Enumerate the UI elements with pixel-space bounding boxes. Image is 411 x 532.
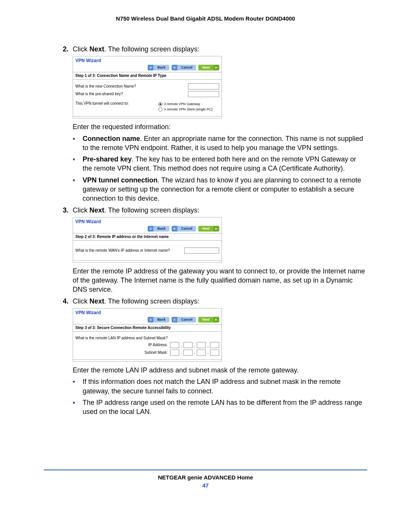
remote-wan-input[interactable] — [184, 248, 219, 254]
connection-name-input[interactable] — [188, 83, 219, 89]
next-button[interactable]: Next▸ — [198, 317, 219, 323]
field-label: What is the remote LAN IP address and Su… — [75, 335, 219, 341]
bullet-icon: • — [73, 398, 83, 417]
field-label: What is the pre-shared key? — [75, 91, 188, 97]
radio-label: A remote VPN client (single PC) — [164, 107, 213, 112]
field-label: This VPN tunnel will connect to: — [75, 101, 158, 106]
arrow-right-icon: ▸ — [213, 226, 219, 232]
arrow-right-icon: ▸ — [213, 317, 219, 323]
wizard-step-header: Step 2 of 3: Remote IP address or the In… — [73, 233, 221, 241]
close-icon: x — [172, 65, 177, 70]
wizard-title: VPN Wizard — [73, 217, 221, 225]
bullet-text: Connection name. Enter an appropriate na… — [83, 134, 367, 153]
text: . The following screen displays: — [104, 297, 199, 305]
content-area: 2. Click Next. The following screen disp… — [63, 45, 367, 416]
wizard-step-header: Step 3 of 3: Secure Connection Remote Ac… — [73, 324, 221, 332]
bullet-icon: • — [73, 155, 83, 173]
step-text: Click Next. The following screen display… — [73, 45, 367, 54]
preshared-key-input[interactable] — [188, 91, 219, 97]
footer-rule — [44, 470, 367, 470]
bullet-text: VPN tunnel connection. The wizard has to… — [83, 176, 367, 203]
radio-remote-gateway[interactable] — [158, 102, 162, 106]
button-label: Back — [153, 317, 169, 323]
button-label: Back — [153, 65, 169, 70]
close-icon: x — [148, 65, 153, 70]
page-number: 47 — [44, 482, 367, 489]
paragraph: Enter the requested information: — [73, 122, 367, 131]
button-label: Next — [198, 65, 213, 70]
back-button[interactable]: xBack — [148, 65, 169, 70]
paragraph: Enter the remote IP address of the gatew… — [73, 267, 367, 294]
close-icon: x — [172, 317, 177, 323]
cancel-button[interactable]: xCancel — [172, 317, 196, 323]
step-number: 4. — [63, 297, 73, 306]
bullet-text: Pre-shared key. The key has to be entere… — [83, 155, 367, 173]
bullet-icon: • — [73, 377, 83, 396]
bullet-text: The IP address range used on the remote … — [83, 398, 367, 417]
text: Click — [73, 297, 89, 305]
text: Click — [73, 206, 89, 214]
cancel-button[interactable]: xCancel — [172, 226, 196, 232]
radio-remote-client[interactable] — [158, 107, 162, 112]
document-header: N750 Wireless Dual Band Gigabit ADSL Mod… — [44, 15, 367, 22]
text: Click — [73, 45, 89, 53]
arrow-right-icon: ▸ — [213, 65, 219, 70]
wizard-step-header: Step 1 of 3: Connection Name and Remote … — [73, 72, 221, 80]
field-label: What is the remote WAN's IP address or I… — [75, 248, 184, 253]
ip-label: IP Address: — [148, 342, 168, 348]
step-number: 3. — [63, 206, 73, 215]
back-button[interactable]: xBack — [148, 317, 169, 323]
wizard-title: VPN Wizard — [73, 308, 221, 316]
text: . The following screen displays: — [104, 45, 199, 53]
bold-next: Next — [89, 45, 104, 53]
step-text: Click Next. The following screen display… — [73, 297, 367, 306]
bold-next: Next — [89, 297, 104, 305]
bullet-text: If this information does not match the L… — [83, 377, 367, 396]
step-2: 2. Click Next. The following screen disp… — [63, 45, 367, 54]
close-icon: x — [172, 226, 177, 232]
cancel-button[interactable]: xCancel — [172, 65, 196, 70]
subnet-mask-input[interactable]: ... — [170, 350, 219, 356]
button-label: Back — [153, 226, 169, 232]
close-icon: x — [148, 317, 153, 323]
next-button[interactable]: Next▸ — [198, 65, 219, 70]
bold-next: Next — [89, 206, 104, 214]
text: . The following screen displays: — [104, 206, 199, 214]
close-icon: x — [148, 226, 153, 232]
mask-label: Subnet Mask: — [145, 350, 168, 355]
next-button[interactable]: Next▸ — [198, 226, 219, 232]
button-label: Cancel — [177, 65, 196, 70]
step-number: 2. — [63, 45, 73, 54]
footer-title: NETGEAR genie ADVANCED Home — [44, 474, 367, 481]
ip-address-input[interactable]: ... — [170, 342, 219, 348]
button-label: Next — [198, 317, 213, 323]
paragraph: Enter the remote LAN IP address and subn… — [73, 366, 367, 375]
button-label: Next — [198, 226, 213, 232]
step-text: Click Next. The following screen display… — [73, 206, 367, 215]
step-4: 4. Click Next. The following screen disp… — [63, 297, 367, 306]
radio-label: A remote VPN Gateway — [164, 102, 200, 106]
button-label: Cancel — [177, 226, 196, 232]
vpn-wizard-step1: VPN Wizard xBack xCancel Next▸ Step 1 of… — [73, 56, 222, 118]
vpn-wizard-step2: VPN Wizard xBack xCancel Next▸ Step 2 of… — [73, 217, 222, 263]
bullet-icon: • — [73, 134, 83, 153]
vpn-wizard-step3: VPN Wizard xBack xCancel Next▸ Step 3 of… — [73, 308, 222, 362]
field-label: What is the new Connection Name? — [75, 84, 188, 89]
back-button[interactable]: xBack — [148, 226, 169, 232]
button-label: Cancel — [177, 317, 196, 323]
wizard-title: VPN Wizard — [73, 56, 221, 64]
step-3: 3. Click Next. The following screen disp… — [63, 206, 367, 215]
bullet-icon: • — [73, 176, 83, 203]
